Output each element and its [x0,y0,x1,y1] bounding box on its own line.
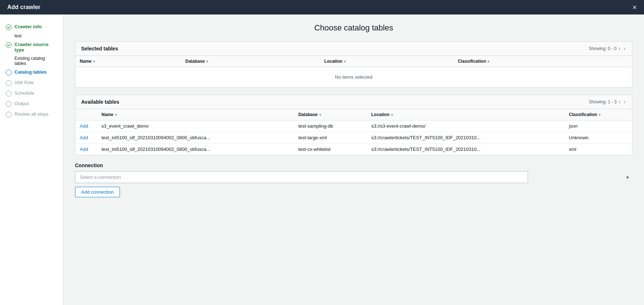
sidebar-item-review-all-steps[interactable]: Review all steps [0,109,63,120]
sidebar: Crawler info test Crawler source type Ex… [0,15,63,305]
svg-point-3 [6,81,12,86]
svg-point-0 [6,25,12,30]
connection-label: Connection [75,162,632,168]
add-table-link-1[interactable]: Add [80,135,88,140]
svg-point-5 [6,102,12,107]
selected-col-database: Database▾ [181,56,320,67]
table-cell-name: s3_event_crawl_demo [97,120,294,132]
available-tables-wrapper: Name▾ Database▾ Location▾ Classification… [75,109,632,155]
table-row: Add s3_event_crawl_demo test-sampling-db… [75,120,632,132]
sidebar-label-review-all-steps: Review all steps [14,111,49,117]
sidebar-label-iam-role: IAM Role [14,80,34,85]
sidebar-item-schedule[interactable]: Schedule [0,88,63,99]
sidebar-label-crawler-source-type: Crawler source type [14,42,57,53]
available-tables-prev[interactable]: ‹ [618,99,621,105]
sidebar-sub-crawler-info: test [0,32,63,40]
connection-select-wrapper: Select a connection ▾ [75,171,632,183]
selected-tables-table: Name▾ Database▾ Location▾ Classification… [75,56,632,87]
selected-tables-empty-message: No items selected [75,67,632,87]
circle-icon-schedule [6,91,12,96]
selected-col-location: Location▾ [320,56,453,67]
available-tables-table: Name▾ Database▾ Location▾ Classification… [75,109,632,155]
available-col-classification: Classification▾ [565,109,632,120]
table-row: Add test_int5100_idf_20210310094002_0800… [75,144,632,155]
available-tables-showing: Showing: 1 - 3 ‹ › [589,99,626,105]
svg-point-1 [6,42,12,48]
sidebar-label-output: Output [14,101,29,106]
table-cell-location: s3://s3-event-crawl-demo/ [367,120,565,132]
table-cell-classification: xml [565,144,632,155]
add-table-link-2[interactable]: Add [80,147,88,152]
available-tables-section: Available tables Showing: 1 - 3 ‹ › Name… [75,95,632,155]
available-col-action [75,109,97,120]
svg-point-6 [6,112,12,118]
select-dropdown-icon: ▾ [626,174,629,180]
content-area: Choose catalog tables Selected tables Sh… [63,15,644,305]
connection-section: Connection Select a connection ▾ Add con… [75,162,632,197]
available-tables-next[interactable]: › [623,99,626,105]
sidebar-item-iam-role[interactable]: IAM Role [0,78,63,88]
selected-col-classification: Classification▾ [453,56,632,67]
connection-select[interactable]: Select a connection [75,171,528,183]
page-title: Choose catalog tables [75,23,632,33]
available-col-location: Location▾ [367,109,565,120]
sidebar-item-catalog-tables[interactable]: Catalog tables [0,67,63,78]
check-icon [6,24,12,30]
sidebar-label-catalog-tables: Catalog tables [14,69,47,75]
table-cell-location: s3://crawlertickets/TEST_INT5100_IDF_202… [367,132,565,144]
selected-tables-showing: Showing: 0 - 0 ‹ › [589,45,626,52]
sidebar-label-crawler-info: Crawler info [14,24,42,29]
svg-point-2 [6,70,12,75]
selected-tables-wrapper: Name▾ Database▾ Location▾ Classification… [75,56,632,87]
available-col-database: Database▾ [294,109,367,120]
selected-tables-prev[interactable]: ‹ [618,45,621,52]
table-cell-database: test-sampling-db [294,120,367,132]
svg-point-4 [6,91,12,96]
sidebar-item-crawler-info[interactable]: Crawler info [0,22,63,32]
selected-tables-section: Selected tables Showing: 0 - 0 ‹ › Name▾… [75,41,632,87]
circle-icon-output [6,101,12,107]
circle-icon-iam [6,80,12,86]
selected-tables-empty-row: No items selected [75,67,632,87]
table-row: Add test_int5100_idf_20210310094002_0800… [75,132,632,144]
table-cell-database: test-cx-whitelist [294,144,367,155]
available-tables-title: Available tables [81,99,119,105]
close-button[interactable]: × [632,4,637,11]
sidebar-sub-crawler-source-type: Existing catalog tables [0,55,63,67]
table-cell-name: test_int5100_idf_20210310094002_0800_obf… [97,132,294,144]
add-table-link-0[interactable]: Add [80,123,88,129]
table-cell-name: test_int5100_idf_20210310094002_0800_obf… [97,144,294,155]
table-cell-classification: json [565,120,632,132]
check-icon-2 [6,42,12,48]
selected-col-name: Name▾ [75,56,181,67]
sidebar-label-schedule: Schedule [14,90,34,96]
table-cell-location: s3://crawlertickets/TEST_INT5100_IDF_202… [367,144,565,155]
available-col-name: Name▾ [97,109,294,120]
main-layout: Crawler info test Crawler source type Ex… [0,15,644,305]
available-tables-header: Available tables Showing: 1 - 3 ‹ › [75,95,632,109]
sidebar-item-output[interactable]: Output [0,99,63,109]
table-cell-database: test-large-xml [294,132,367,144]
table-cell-classification: Unknown [565,132,632,144]
selected-tables-header: Selected tables Showing: 0 - 0 ‹ › [75,42,632,56]
circle-active-icon [6,70,12,75]
selected-tables-title: Selected tables [81,46,118,51]
app-header: Add crawler × [0,0,644,15]
selected-tables-next[interactable]: › [623,45,626,52]
app-title: Add crawler [7,4,41,11]
circle-icon-review [6,112,12,118]
add-connection-button[interactable]: Add connection [75,187,120,197]
sidebar-item-crawler-source-type[interactable]: Crawler source type [0,40,63,55]
